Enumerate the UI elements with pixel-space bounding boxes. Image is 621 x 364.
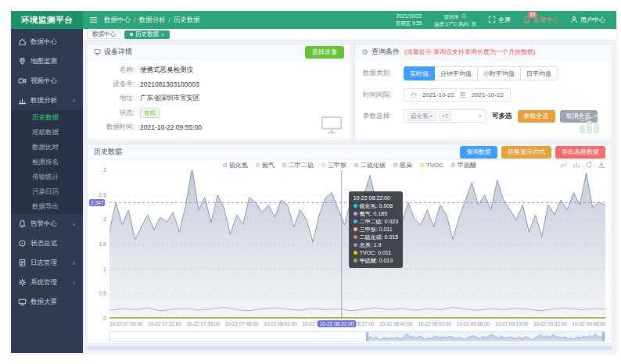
legend-item[interactable]: 氨气 xyxy=(256,161,275,170)
y-axis-label: 1.5 xyxy=(89,241,106,247)
sidebar-item[interactable]: 日志管理∨ xyxy=(11,253,83,273)
legend-marker xyxy=(256,163,260,167)
sidebar-item-label: 数据中心 xyxy=(31,37,57,47)
chart-legend: 硫化氢氨气二甲二硫三甲胺二硫化碳恶臭TVOC甲硫醚 xyxy=(88,161,612,170)
legend-item[interactable]: 三甲胺 xyxy=(321,161,346,170)
sidebar-subitem[interactable]: 检测排名 xyxy=(11,155,83,170)
sidebar-item-label: 告警中心 xyxy=(31,219,57,229)
sidebar-subitem[interactable]: 历史数据 xyxy=(11,110,83,125)
date-range-input[interactable]: 2021-10-22 至 2021-10-22 xyxy=(404,88,511,102)
chart-plot-area[interactable] xyxy=(109,170,605,319)
sidebar-item[interactable]: 状态总览 xyxy=(11,234,83,253)
bell-icon xyxy=(18,219,27,228)
sidebar-item[interactable]: 视频中心 xyxy=(11,71,83,91)
sidebar-item[interactable]: 数据分析∧ xyxy=(11,91,83,110)
tag-close-icon[interactable]: × xyxy=(430,112,433,120)
chart-plot-svg[interactable] xyxy=(109,170,605,319)
x-axis-label: 10-22 08:53:00 xyxy=(418,321,450,327)
data-type-button[interactable]: 日平均值 xyxy=(520,66,558,80)
device-fields: 名称:便携式恶臭检测仪设备号:2021081303100003地址:广东省深圳市… xyxy=(88,60,350,142)
sidebar-item[interactable]: 数据中心 xyxy=(11,32,83,52)
breadcrumb: 数据中心/数据分析/历史数据 xyxy=(104,16,200,25)
device-field-label: 数据时间: xyxy=(94,123,135,132)
main-area: 数据中心历史数据× 设备详情 选择设备 名称:便携式恶臭检测仪设备号:20210… xyxy=(83,29,616,353)
device-field-label: 状态: xyxy=(94,109,135,118)
multi-select-hint: 可多选 xyxy=(492,112,512,121)
data-type-button[interactable]: 小时平均值 xyxy=(477,66,521,80)
fullscreen-button[interactable]: 全屏 xyxy=(488,16,511,25)
sidebar-item[interactable]: 告警中心∨ xyxy=(11,214,83,234)
legend-marker xyxy=(321,163,325,167)
download-icon[interactable] xyxy=(598,161,605,169)
device-field-value: 2021-10-22 09:55:00 xyxy=(140,123,202,131)
device-icon xyxy=(94,48,101,55)
query-icon xyxy=(361,48,368,55)
x-axis-pointer-badge: 10-22 08:22:00 xyxy=(318,320,357,327)
breadcrumb-item[interactable]: 数据中心 xyxy=(104,16,131,25)
fullscreen-icon xyxy=(488,16,496,23)
app-window: 环境监测平台 数据中心/数据分析/历史数据 2021/10/22 星期五 9:5… xyxy=(11,11,616,353)
sidebar-subitem[interactable]: 巡航数据 xyxy=(11,125,83,140)
tab-active[interactable]: 历史数据× xyxy=(124,30,170,39)
toggle-display-button[interactable]: 切换显示方式 xyxy=(501,146,551,159)
device-field-row: 地址:广东省深圳市宝安区 xyxy=(94,94,344,103)
chevron-down-icon: ∨ xyxy=(73,280,76,285)
restore-icon[interactable] xyxy=(585,161,593,169)
gear-icon xyxy=(18,278,27,287)
sidebar-subitem[interactable]: 数据比对 xyxy=(11,140,83,155)
x-axis-label: 10-22 07:09:00 xyxy=(109,321,142,327)
top-panels-row: 设备详情 选择设备 名称:便携式恶臭检测仪设备号:202108130310000… xyxy=(87,44,612,141)
sidebar-item-label: 数据大屏 xyxy=(31,298,57,307)
home-icon xyxy=(18,37,27,46)
legend-label: 三甲胺 xyxy=(328,161,346,170)
device-detail-panel: 设备详情 选择设备 名称:便携式恶臭检测仪设备号:202108130310000… xyxy=(87,44,351,141)
export-table-button[interactable]: 导出表格数据 xyxy=(555,146,605,159)
restore-icon xyxy=(585,161,593,169)
param-select[interactable]: 硫化氢× +7 ▼ xyxy=(404,109,486,123)
legend-item[interactable]: 甲硫醚 xyxy=(451,161,476,170)
header-date: 2021/10/22 xyxy=(396,13,422,20)
x-axis-label: 10-22 08:40:00 xyxy=(379,321,412,327)
legend-marker xyxy=(451,163,455,167)
sidebar-subitem[interactable]: 数据导出 xyxy=(11,199,83,214)
legend-item[interactable]: 二硫化碳 xyxy=(354,161,386,170)
collapse-menu-icon[interactable] xyxy=(89,16,98,24)
tab-close-icon[interactable]: × xyxy=(161,32,164,37)
bar-graph-icon[interactable] xyxy=(573,161,580,169)
sidebar-subitem[interactable]: 传输统计 xyxy=(11,170,83,184)
legend-item[interactable]: 恶臭 xyxy=(393,161,412,170)
legend-item[interactable]: 硫化氢 xyxy=(223,161,248,170)
query-hint: (温馨提示:查询仅支持查询长度为一个月的数据) xyxy=(404,48,536,56)
sidebar-item[interactable]: 数据大屏 xyxy=(11,292,83,312)
horizontal-scrollbar[interactable] xyxy=(87,346,612,350)
alarm-center-button[interactable]: 22 告警中心 xyxy=(522,16,558,24)
query-data-button[interactable]: 查询数据 xyxy=(460,146,497,159)
x-axis-label: 10-22 07:48:00 xyxy=(225,321,258,327)
legend-item[interactable]: 二甲二硫 xyxy=(282,161,314,170)
breadcrumb-item[interactable]: 数据分析 xyxy=(138,16,165,25)
hamburger-icon xyxy=(89,16,98,24)
sidebar-item[interactable]: 地图监测 xyxy=(11,52,83,71)
log-icon xyxy=(18,259,27,267)
y-axis-label: 2.5 xyxy=(89,192,106,198)
data-type-button[interactable]: 分钟平均值 xyxy=(434,66,478,80)
datazoom-slider[interactable] xyxy=(109,331,605,342)
breadcrumb-item[interactable]: 历史数据 xyxy=(174,16,200,25)
legend-item[interactable]: TVOC xyxy=(420,161,443,170)
device-field-value: 广东省深圳市宝安区 xyxy=(140,94,200,103)
device-monitor-icon xyxy=(321,116,343,134)
app-logo: 环境监测平台 xyxy=(11,11,83,29)
chevron-up-icon: ∧ xyxy=(73,98,76,103)
x-axis-labels: 10-22 07:09:0010-22 07:22:0010-22 07:35:… xyxy=(109,321,605,327)
user-center-button[interactable]: 用户中心 xyxy=(570,16,605,25)
alarm-label: 告警中心 xyxy=(533,16,558,24)
select-all-params-button[interactable]: 参数全选 xyxy=(518,110,555,123)
header-time: 星期五 9:55 xyxy=(396,20,422,27)
fullscreen-label: 全屏 xyxy=(498,16,511,24)
data-type-button[interactable]: 实时值 xyxy=(404,66,435,80)
line-chart-icon[interactable] xyxy=(560,161,568,169)
sidebar-subitem[interactable]: 污染日历 xyxy=(11,184,83,199)
sidebar-item[interactable]: 系统管理∨ xyxy=(11,273,83,292)
select-device-button[interactable]: 选择设备 xyxy=(305,46,344,59)
tab-item[interactable]: 数据中心 xyxy=(87,30,121,39)
